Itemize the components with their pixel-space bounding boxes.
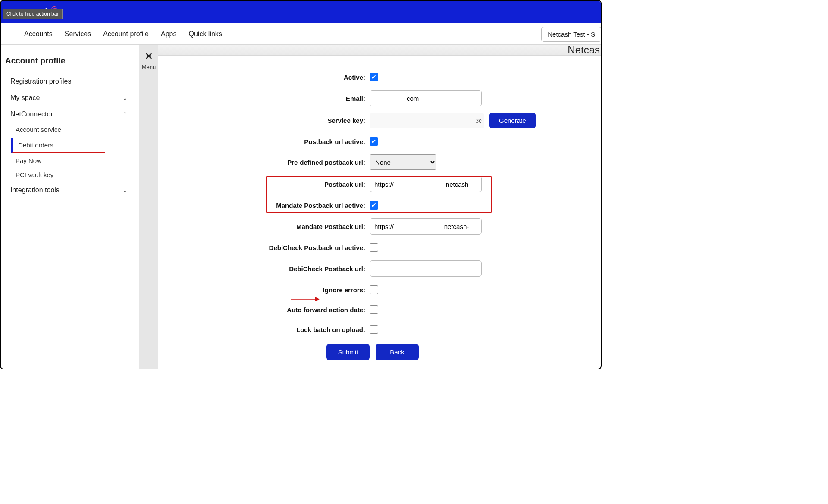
debit-orders-form: Active: ✔ Email: Service key: 3c Generat… [158,56,601,369]
svg-marker-1 [315,297,320,301]
service-key-label: Service key: [163,117,370,124]
sidebar-item-label: Registration profiles [10,78,71,85]
email-label: Email: [163,95,370,102]
predefined-postback-select[interactable]: None [370,154,436,170]
postback-url-label: Postback url: [163,181,370,188]
nav-account-profile[interactable]: Account profile [103,30,149,38]
sidebar-item-label: NetConnector [10,110,53,118]
sidebar-item-my-space[interactable]: My space ⌄ [5,90,139,106]
sidebar-item-netconnector[interactable]: NetConnector ⌃ [5,106,139,122]
postback-url-input[interactable] [370,176,482,192]
postback-active-checkbox[interactable]: ✔ [370,137,378,146]
sidebar: Account profile Registration profiles My… [1,45,139,369]
sidebar-item-label: Integration tools [10,186,60,194]
submit-button[interactable]: Submit [326,344,370,360]
email-input[interactable] [370,90,482,106]
nav-quick-links[interactable]: Quick links [188,30,222,38]
debicheck-postback-url-input[interactable] [370,260,482,277]
mandate-postback-active-label: Mandate Postback url active: [163,202,370,209]
postback-active-label: Postback url active: [163,138,370,145]
account-selector[interactable]: Netcash Test - S [541,27,602,42]
auto-forward-checkbox[interactable] [370,305,378,314]
mandate-postback-active-checkbox[interactable]: ✔ [370,201,378,210]
active-checkbox[interactable]: ✔ [370,73,378,81]
nav-apps[interactable]: Apps [161,30,176,38]
chevron-up-icon: ⌃ [122,111,128,118]
auto-forward-label: Auto forward action date: [163,306,370,313]
sidebar-sub-debit-orders[interactable]: Debit orders [11,138,105,153]
lock-batch-checkbox[interactable] [370,325,378,334]
close-menu-icon[interactable]: ✕ [145,51,153,62]
lock-batch-label: Lock batch on upload: [163,326,370,333]
sidebar-title: Account profile [5,53,139,73]
ignore-errors-checkbox[interactable] [370,285,378,294]
sidebar-item-registration-profiles[interactable]: Registration profiles [5,73,139,90]
main-nav-bar: Accounts Services Account profile Apps Q… [1,23,601,45]
sidebar-item-integration-tools[interactable]: Integration tools ⌄ [5,182,139,198]
ignore-errors-label: Ignore errors: [163,286,370,294]
sidebar-sub-pay-now[interactable]: Pay Now [5,153,139,168]
active-label: Active: [163,74,370,81]
chevron-down-icon: ⌄ [122,94,128,101]
sidebar-sub-pci-vault-key[interactable]: PCI vault key [5,168,139,182]
debicheck-postback-active-label: DebiCheck Postback url active: [163,244,370,251]
menu-collapse-strip: ✕ Menu [139,45,158,369]
menu-strip-label: Menu [142,64,156,70]
debicheck-postback-active-checkbox[interactable] [370,243,378,252]
main-header: Netcas [158,45,601,56]
top-header-bar: sh n [1,1,601,23]
service-key-value: 3c [370,113,484,128]
sidebar-sub-account-service[interactable]: Account service [5,122,139,137]
main-header-text: Netcas [568,45,600,56]
generate-button[interactable]: Generate [489,113,536,128]
chevron-down-icon: ⌄ [122,187,128,194]
nav-accounts[interactable]: Accounts [24,30,53,38]
predefined-postback-label: Pre-defined postback url: [163,159,370,166]
sidebar-item-label: My space [10,94,40,102]
nav-services[interactable]: Services [65,30,91,38]
mandate-postback-url-label: Mandate Postback url: [163,223,370,230]
back-button[interactable]: Back [376,344,419,360]
hide-action-bar-tooltip: Click to hide action bar [3,9,63,19]
debicheck-postback-url-label: DebiCheck Postback url: [163,265,370,272]
main-content: Netcas Active: ✔ Email: Service key: 3c … [158,45,601,369]
mandate-postback-url-input[interactable] [370,218,482,235]
